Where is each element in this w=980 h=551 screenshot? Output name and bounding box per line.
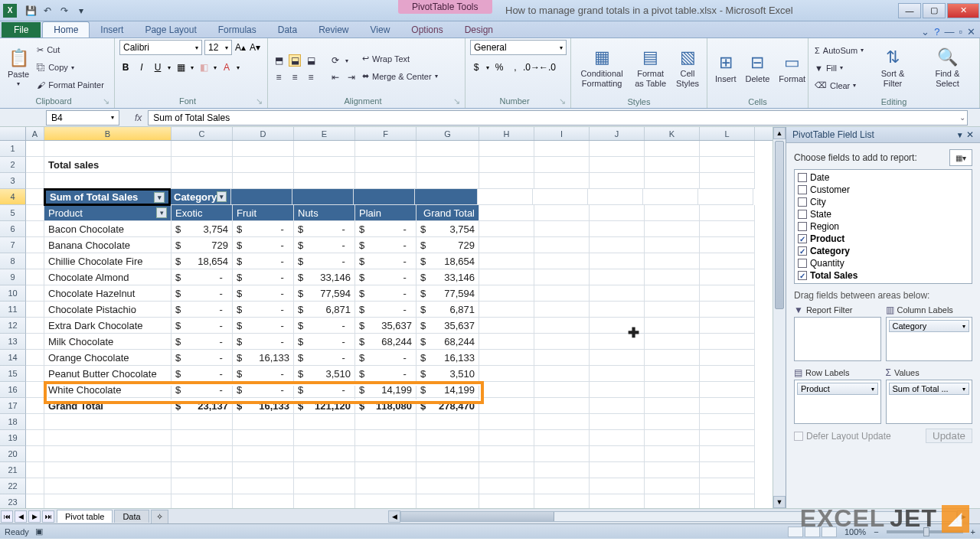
cell[interactable]	[479, 494, 534, 508]
cell[interactable]	[534, 205, 590, 221]
cell[interactable]	[233, 478, 294, 494]
cell[interactable]	[700, 141, 755, 157]
cell[interactable]	[700, 494, 755, 508]
cell[interactable]: White Chocolate	[44, 382, 172, 398]
cell[interactable]: $-	[294, 253, 355, 269]
cell[interactable]	[590, 221, 645, 237]
cell[interactable]: $-	[172, 334, 233, 350]
cell[interactable]	[590, 414, 645, 430]
cell[interactable]	[478, 189, 533, 205]
cell[interactable]: Milk Chocolate	[44, 334, 172, 350]
cell[interactable]	[26, 446, 44, 462]
cell[interactable]: $118,080	[355, 398, 416, 414]
cell[interactable]	[590, 237, 645, 253]
cell[interactable]	[44, 430, 172, 446]
cell[interactable]	[590, 253, 645, 269]
percent-button[interactable]: %	[493, 61, 505, 73]
cell[interactable]	[534, 366, 590, 382]
cell[interactable]: Sum of Total Sales▾	[44, 188, 171, 206]
align-center-icon[interactable]: ≡	[289, 71, 301, 83]
name-box[interactable]: B4▾	[46, 110, 119, 126]
cell[interactable]	[700, 462, 755, 478]
cell[interactable]	[645, 302, 700, 318]
row-header[interactable]: 5	[0, 205, 26, 221]
cell[interactable]: $33,146	[294, 269, 355, 285]
cell[interactable]: $-	[233, 334, 294, 350]
cell[interactable]	[534, 478, 590, 494]
minimize-ribbon-icon[interactable]: ⌄	[921, 26, 929, 37]
cell[interactable]	[292, 189, 354, 205]
select-all-corner[interactable]	[0, 127, 26, 140]
pane-dropdown-icon[interactable]: ▼	[956, 131, 964, 139]
pane-close-icon[interactable]: ✕	[966, 129, 974, 140]
cell[interactable]	[590, 494, 645, 508]
cell[interactable]	[172, 446, 233, 462]
cell[interactable]	[590, 462, 645, 478]
row-header[interactable]: 21	[0, 462, 26, 478]
cell[interactable]	[26, 398, 44, 414]
field-checkbox[interactable]: Region	[796, 220, 970, 233]
report-filter-zone[interactable]	[794, 317, 881, 361]
product-dropdown-icon[interactable]: ▾	[156, 207, 167, 218]
currency-button[interactable]: $	[470, 61, 482, 73]
cell[interactable]	[416, 430, 479, 446]
cell[interactable]	[534, 382, 590, 398]
qat-dropdown-icon[interactable]: ▾	[74, 3, 89, 18]
cell[interactable]	[700, 478, 755, 494]
cell[interactable]	[416, 478, 479, 494]
cell[interactable]	[590, 269, 645, 285]
cell[interactable]	[172, 141, 233, 157]
col-header[interactable]: J	[590, 127, 645, 140]
row-labels-zone[interactable]: Product▾	[794, 380, 881, 424]
cell[interactable]: Exotic	[172, 205, 233, 221]
cell[interactable]: $-	[294, 221, 355, 237]
cell[interactable]	[479, 157, 534, 173]
cell[interactable]: $18,654	[416, 253, 479, 269]
cell[interactable]: $-	[355, 221, 416, 237]
font-color-button[interactable]: A	[220, 61, 233, 73]
row-header[interactable]: 1	[0, 141, 26, 157]
cell[interactable]	[645, 318, 700, 334]
cell[interactable]	[172, 494, 233, 508]
window-close-icon[interactable]: ✕	[967, 26, 975, 37]
cell[interactable]: $-	[294, 350, 355, 366]
cell[interactable]	[479, 366, 534, 382]
cell[interactable]	[26, 334, 44, 350]
cell[interactable]	[534, 141, 590, 157]
cell[interactable]: Chocolate Almond	[44, 269, 172, 285]
cell[interactable]	[700, 446, 755, 462]
cell[interactable]	[700, 253, 755, 269]
cell[interactable]	[294, 414, 355, 430]
col-header[interactable]: B	[44, 127, 172, 140]
defer-layout-checkbox[interactable]: Defer Layout Update	[794, 431, 891, 442]
cell[interactable]: $23,137	[172, 398, 233, 414]
find-select-button[interactable]: 🔍Find & Select	[920, 46, 975, 89]
col-header[interactable]: L	[700, 127, 755, 140]
cell[interactable]	[645, 414, 700, 430]
cell[interactable]	[172, 462, 233, 478]
cell[interactable]	[479, 446, 534, 462]
cell[interactable]: $-	[355, 302, 416, 318]
cell[interactable]: $-	[233, 237, 294, 253]
cell[interactable]	[645, 446, 700, 462]
cell[interactable]	[355, 430, 416, 446]
cell[interactable]	[416, 462, 479, 478]
scroll-thumb[interactable]	[775, 141, 784, 309]
minimize-button[interactable]: —	[898, 3, 921, 18]
cell[interactable]	[26, 205, 44, 221]
cell[interactable]: Orange Chocolate	[44, 350, 172, 366]
cell[interactable]	[26, 430, 44, 446]
row-header[interactable]: 7	[0, 237, 26, 253]
cell[interactable]	[26, 494, 44, 508]
merge-center-button[interactable]: ⬌Merge & Center▾	[361, 68, 439, 84]
paste-button[interactable]: 📋Paste▾	[5, 47, 32, 89]
field-checkbox[interactable]: Quantity	[796, 257, 970, 269]
italic-button[interactable]: I	[136, 61, 148, 73]
cell[interactable]	[590, 446, 645, 462]
cell[interactable]	[534, 398, 590, 414]
cell[interactable]	[588, 189, 643, 205]
cell[interactable]	[700, 350, 755, 366]
cell[interactable]	[479, 382, 534, 398]
row-header[interactable]: 11	[0, 302, 26, 318]
cell[interactable]	[700, 334, 755, 350]
